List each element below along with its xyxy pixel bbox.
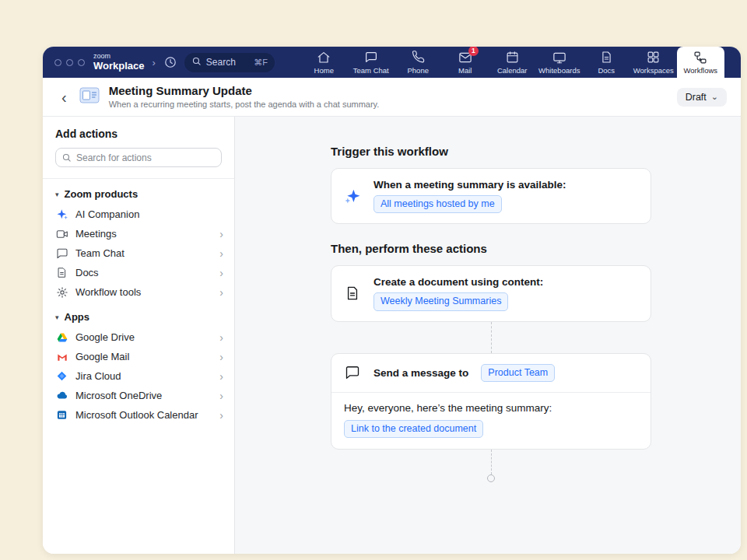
- mail-icon: 1: [458, 51, 472, 65]
- nav-item-mail[interactable]: 1 Mail: [442, 47, 489, 78]
- flow-connector: [491, 322, 492, 353]
- triangle-down-icon: ▾: [55, 191, 59, 198]
- section-label: Apps: [65, 311, 90, 323]
- search-label: Search: [206, 57, 236, 68]
- workflows-icon: [693, 51, 707, 65]
- action-card-send-message[interactable]: Send a message to Product Team Hey, ever…: [331, 353, 651, 450]
- nav-item-workspaces[interactable]: Workspaces: [630, 47, 678, 78]
- item-label: Team Chat: [75, 247, 212, 259]
- item-label: Microsoft Outlook Calendar: [75, 409, 212, 421]
- nav-label: Workflows: [683, 66, 717, 75]
- nav-item-phone[interactable]: Phone: [395, 47, 442, 78]
- chevron-right-icon: ›: [219, 268, 223, 278]
- sidebar-title: Add actions: [55, 128, 222, 140]
- item-label: Docs: [75, 267, 212, 278]
- window-control-dot[interactable]: [78, 59, 85, 66]
- sidebar-item-jira-cloud[interactable]: Jira Cloud ›: [43, 366, 234, 386]
- meeting-summary-icon: [79, 86, 100, 107]
- flow-end-node[interactable]: [487, 474, 495, 482]
- window-control-dot[interactable]: [66, 59, 73, 66]
- back-button[interactable]: ‹: [58, 89, 70, 105]
- chat-bubble-icon: [344, 365, 361, 380]
- phone-icon: [412, 51, 425, 65]
- body-row: Add actions ▾ Zoom products AI Companion…: [43, 117, 741, 554]
- chevron-right-icon: ›: [219, 390, 223, 401]
- nav-label: Whiteboards: [538, 66, 580, 75]
- search-actions-input[interactable]: [55, 148, 222, 167]
- global-search[interactable]: Search ⌘F: [184, 53, 275, 72]
- whiteboards-icon: [552, 51, 566, 65]
- chevron-right-icon[interactable]: ›: [152, 57, 156, 68]
- sidebar-item-meetings[interactable]: Meetings ›: [43, 224, 234, 243]
- actions-search: [55, 148, 222, 167]
- sidebar-item-workflow-tools[interactable]: Workflow tools ›: [43, 282, 234, 302]
- action-text: Send a message to: [374, 367, 468, 379]
- jira-icon: [55, 370, 68, 382]
- action-text: Create a document using content:: [374, 276, 543, 288]
- nav-item-workflows[interactable]: Workflows: [677, 47, 724, 78]
- action-card-create-document[interactable]: Create a document using content: Weekly …: [331, 265, 651, 321]
- nav-label: Phone: [408, 66, 429, 75]
- trigger-card[interactable]: When a meeting summary is available: All…: [331, 168, 651, 224]
- navbar-tabs: Home Team Chat Phone 1 Mail Calendar: [300, 47, 741, 78]
- workflow-header: ‹ Meeting Summary Update When a recurrin…: [43, 78, 741, 117]
- nav-item-whiteboards[interactable]: Whiteboards: [536, 47, 584, 78]
- trigger-scope-tag[interactable]: All meetings hosted by me: [374, 195, 502, 213]
- top-navbar: zoom Workplace › Search ⌘F Home: [43, 47, 741, 78]
- nav-label: Calendar: [497, 66, 528, 75]
- sidebar-item-ai-companion[interactable]: AI Companion: [43, 205, 234, 224]
- google-drive-icon: [55, 331, 68, 344]
- trigger-heading: Trigger this workflow: [331, 145, 651, 158]
- message-link-tag[interactable]: Link to the created document: [344, 420, 483, 438]
- nav-item-home[interactable]: Home: [300, 47, 348, 78]
- sidebar-item-google-mail[interactable]: Google Mail ›: [43, 347, 234, 366]
- nav-item-docs[interactable]: Docs: [583, 47, 630, 78]
- zoom-workplace-logo: zoom Workplace: [93, 53, 145, 71]
- sidebar-item-google-drive[interactable]: Google Drive ›: [43, 327, 234, 347]
- document-content-tag[interactable]: Weekly Meeting Summaries: [374, 292, 508, 310]
- sidebar-item-microsoft-outlook-calendar[interactable]: Microsoft Outlook Calendar ›: [43, 405, 234, 425]
- message-body[interactable]: Hey, everyone, here’s the meeting summar…: [331, 393, 651, 449]
- sidebar-section-zoom-products[interactable]: ▾ Zoom products: [43, 179, 234, 205]
- sidebar-item-docs[interactable]: Docs ›: [43, 263, 234, 282]
- chevron-right-icon: ›: [219, 410, 223, 421]
- mail-badge: 1: [468, 47, 479, 56]
- onedrive-icon: [55, 389, 68, 402]
- nav-label: Workspaces: [633, 66, 674, 75]
- message-recipient-tag[interactable]: Product Team: [481, 364, 555, 382]
- chevron-down-icon: ⌄: [711, 93, 718, 101]
- draft-status-dropdown[interactable]: Draft ⌄: [677, 88, 727, 107]
- title-block: Meeting Summary Update When a recurring …: [109, 84, 380, 110]
- page-title: Meeting Summary Update: [109, 84, 380, 99]
- history-icon[interactable]: [163, 55, 177, 69]
- actions-sidebar: Add actions ▾ Zoom products AI Companion…: [43, 117, 235, 554]
- chevron-right-icon: ›: [219, 287, 223, 298]
- nav-label: Mail: [458, 66, 472, 75]
- item-label: AI Companion: [75, 208, 223, 220]
- workflow-canvas: Trigger this workflow When a meeting sum…: [235, 117, 741, 554]
- team-chat-icon: [364, 51, 378, 65]
- workspaces-icon: [647, 51, 660, 65]
- nav-label: Docs: [598, 66, 615, 75]
- document-icon: [344, 285, 361, 301]
- navbar-left: zoom Workplace › Search ⌘F: [43, 47, 300, 78]
- app-window: zoom Workplace › Search ⌘F Home: [43, 47, 741, 554]
- ai-sparkle-icon: [344, 187, 361, 205]
- nav-item-more-partial[interactable]: M: [724, 47, 742, 78]
- chevron-right-icon: ›: [219, 229, 223, 240]
- status-label: Draft: [686, 92, 707, 103]
- search-shortcut: ⌘F: [254, 58, 268, 68]
- chevron-right-icon: ›: [219, 332, 223, 343]
- nav-item-calendar[interactable]: Calendar: [489, 47, 536, 78]
- item-label: Workflow tools: [75, 286, 212, 298]
- window-control-dot[interactable]: [54, 59, 61, 66]
- brand-workplace: Workplace: [93, 61, 145, 72]
- sidebar-section-apps[interactable]: ▾ Apps: [43, 302, 234, 327]
- triangle-down-icon: ▾: [55, 313, 59, 321]
- ai-companion-icon: [55, 208, 68, 221]
- sidebar-item-microsoft-onedrive[interactable]: Microsoft OneDrive ›: [43, 386, 234, 405]
- sidebar-item-team-chat[interactable]: Team Chat ›: [43, 243, 234, 263]
- nav-item-team-chat[interactable]: Team Chat: [348, 47, 395, 78]
- trigger-text: When a meeting summary is available:: [374, 179, 566, 191]
- calendar-icon: [506, 51, 519, 65]
